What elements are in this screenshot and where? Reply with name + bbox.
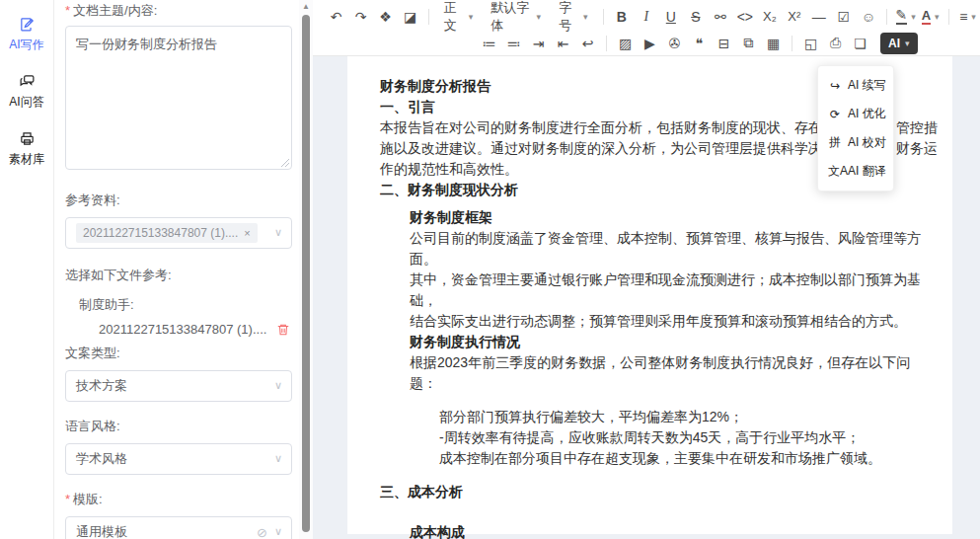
subscript-icon[interactable]: X₂: [757, 5, 782, 29]
sidebar-item-ai-qa[interactable]: AI问答: [9, 73, 43, 111]
toolbar-row-1: ↶ ↷ ❖ ◪ 正文▾ 默认字体▾ 字号▾ B I U S ⚯ <> X₂ X²…: [324, 4, 980, 29]
eraser-icon[interactable]: ◪: [398, 5, 422, 29]
highlight-pen-dropdown[interactable]: ✎ ▾: [893, 5, 918, 29]
font-size-dropdown[interactable]: 字号▾: [550, 5, 596, 29]
doc-type-select[interactable]: 技术方案 ∨: [65, 370, 292, 402]
reference-label: 参考资料:: [65, 192, 299, 209]
strikethrough-icon[interactable]: S: [683, 5, 708, 29]
selected-file-name: 2021122715133847807 (1)....: [99, 322, 266, 337]
scrollbar-thumb[interactable]: [302, 15, 310, 532]
menu-item-ai-optimize[interactable]: ⟳ AI 优化: [818, 100, 893, 128]
doc-list-item: 部分部门预算执行偏差较大，平均偏差率为12%；: [439, 407, 938, 427]
sidebar-item-label: AI写作: [9, 37, 43, 53]
align-icon: ≡: [959, 9, 967, 25]
scroll-up-icon[interactable]: ▲: [299, 2, 313, 11]
spacer: [380, 502, 938, 522]
undo-icon[interactable]: ↶: [324, 5, 348, 29]
doc-subheading: 财务制度框架: [410, 207, 938, 228]
optimize-icon: ⟳: [828, 108, 842, 121]
divider-card-icon[interactable]: ◱: [798, 32, 823, 55]
paragraph-style-dropdown[interactable]: 正文▾: [435, 5, 482, 29]
toolbar-separator: [792, 36, 792, 51]
link-icon[interactable]: ⚯: [708, 5, 732, 29]
doc-list-item: 成本控制在部分项目中存在超支现象，主要集中在研发和市场推广领域。: [439, 448, 938, 469]
insert-video-icon[interactable]: ▶: [638, 32, 662, 55]
inline-code-icon[interactable]: <>: [732, 5, 757, 29]
bullet-list-icon[interactable]: ≔: [477, 32, 501, 55]
template-select[interactable]: 通用模板 ⊘ ∨: [65, 516, 292, 539]
proofread-icon: 拼: [828, 134, 842, 151]
reference-select[interactable]: 2021122715133847807 (1).... × ∨: [65, 217, 292, 249]
bold-icon[interactable]: B: [609, 5, 634, 29]
task-checkbox-icon[interactable]: ☑: [831, 5, 856, 29]
sidebar-item-ai-writing[interactable]: AI写作: [9, 16, 43, 53]
toolbar-separator: [606, 36, 607, 51]
tag-remove-icon[interactable]: ×: [244, 227, 250, 239]
footnote-icon[interactable]: ⧉: [736, 32, 761, 55]
attachment-icon[interactable]: ✇: [662, 32, 687, 55]
horizontal-rule-icon[interactable]: —: [806, 5, 831, 29]
caret-down-icon: ▾: [469, 12, 474, 22]
doc-issue-list: 部分部门预算执行偏差较大，平均偏差率为12%； -周转效率有待提高，应收账款周转…: [439, 407, 938, 469]
format-painter-icon[interactable]: ❖: [373, 5, 398, 29]
italic-icon[interactable]: I: [634, 5, 658, 29]
editor-toolbar: ↶ ↷ ❖ ◪ 正文▾ 默认字体▾ 字号▾ B I U S ⚯ <> X₂ X²…: [313, 0, 980, 56]
indent-decrease-icon[interactable]: ⇤: [551, 32, 575, 55]
font-family-dropdown[interactable]: 默认字体▾: [482, 5, 550, 29]
chat-bubbles-icon: [19, 73, 36, 90]
required-asterisk: *: [65, 492, 70, 506]
menu-item-ai-proofread[interactable]: 拼 AI 校对: [818, 128, 893, 157]
menu-item-ai-continue[interactable]: ↪ AI 续写: [818, 71, 893, 100]
toolbar-separator: [948, 9, 949, 25]
blockquote-icon[interactable]: ❝: [687, 32, 712, 55]
doc-heading: 三、成本分析: [380, 482, 938, 502]
chevron-down-icon: ∨: [274, 379, 282, 392]
doc-paragraph-line: 根据2023年前三季度的财务数据，公司整体财务制度执行情况良好，但存在以下问题：: [410, 352, 938, 394]
insert-table-icon[interactable]: ▦: [761, 32, 786, 55]
print-icon[interactable]: ⎙: [823, 32, 848, 55]
continue-writing-icon: ↪: [828, 79, 842, 93]
file-reference-label: 选择如下文件参考:: [65, 267, 299, 284]
library-icon: [19, 130, 36, 147]
doc-paragraph-line: 结合实际支出进行动态调整；预算管理则采用年度预算和滚动预算相结合的方式。: [410, 311, 938, 332]
doc-subsection: 成本构成 公司的成本主要由以下部分构成：: [410, 522, 938, 539]
ai-dropdown-menu: ↪ AI 续写 ⟳ AI 优化 拼 AI 校对 文A AI 翻译: [817, 65, 894, 192]
doc-list-item: -周转效率有待提高，应收账款周转天数为45天，高于行业平均水平；: [439, 427, 938, 448]
selected-file-row: 2021122715133847807 (1)....: [65, 322, 299, 337]
align-dropdown[interactable]: ≡ ▾: [955, 5, 980, 29]
icon-rail: AI写作 AI问答 素材库: [0, 0, 54, 539]
spacer: [380, 394, 938, 407]
trash-icon[interactable]: [276, 323, 290, 337]
chevron-down-icon: ∨: [274, 452, 282, 465]
redo-icon[interactable]: ↷: [348, 5, 373, 29]
spacer: [380, 200, 938, 207]
text-wrap-icon[interactable]: ↩: [575, 32, 600, 55]
fullscreen-icon[interactable]: ❏: [848, 32, 872, 55]
underline-icon[interactable]: U: [658, 5, 683, 29]
menu-item-ai-translate[interactable]: 文A AI 翻译: [818, 157, 893, 186]
toolbar-separator: [603, 9, 604, 25]
topic-input[interactable]: 写一份财务制度分析报告: [65, 26, 292, 170]
panel-scrollbar[interactable]: ▲: [299, 0, 313, 539]
code-block-icon[interactable]: ⊟: [712, 32, 736, 55]
caret-down-icon: ▾: [583, 12, 588, 22]
language-style-label: 语言风格:: [65, 418, 299, 435]
doc-subheading: 成本构成: [410, 522, 938, 539]
doc-paragraph-line: 其中，资金管理主要通过银行账户管理和现金流预测进行；成本控制以部门预算为基础，: [410, 270, 938, 311]
sidebar-item-material-library[interactable]: 素材库: [9, 130, 44, 168]
highlight-pen-icon: ✎: [896, 8, 908, 25]
font-color-dropdown[interactable]: A ▾: [918, 5, 942, 29]
reference-file-tag: 2021122715133847807 (1).... ×: [76, 223, 258, 243]
circle-slash-icon: ⊘: [257, 525, 267, 539]
insert-image-icon[interactable]: ▨: [613, 32, 638, 55]
superscript-icon[interactable]: X²: [782, 5, 806, 29]
emoji-icon[interactable]: ☺: [856, 5, 880, 29]
language-style-select[interactable]: 学术风格 ∨: [65, 443, 292, 475]
chevron-down-icon: ∨: [274, 226, 282, 239]
indent-increase-icon[interactable]: ⇥: [526, 32, 551, 55]
ordered-list-icon[interactable]: ≕: [501, 32, 526, 55]
ai-tools-button[interactable]: AI▾: [880, 33, 918, 54]
assistant-label: 制度助手:: [65, 296, 299, 314]
sidebar-item-label: 素材库: [9, 151, 44, 168]
sidebar-item-label: AI问答: [9, 94, 43, 111]
